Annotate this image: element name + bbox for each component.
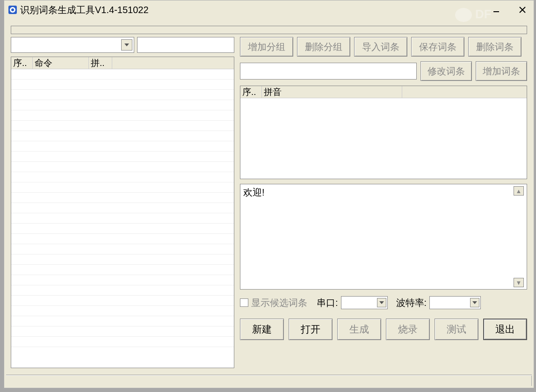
table-row[interactable]	[11, 316, 234, 327]
table-row[interactable]	[11, 234, 234, 244]
baud-rate-label: 波特率:	[396, 297, 427, 309]
chevron-down-icon	[379, 301, 384, 304]
table-row[interactable]	[11, 152, 234, 162]
app-icon	[8, 5, 17, 15]
table-row[interactable]	[11, 265, 234, 275]
table-row[interactable]	[11, 193, 234, 203]
serial-combo-button[interactable]	[377, 298, 386, 307]
bottom-buttons: 新建 打开 生成 烧录 测试 退出	[240, 319, 527, 340]
table-row[interactable]	[11, 100, 234, 110]
table-row[interactable]	[11, 121, 234, 131]
table-row[interactable]	[11, 141, 234, 152]
minimize-button[interactable]	[489, 4, 504, 15]
scroll-up-icon[interactable]: ▲	[514, 186, 524, 196]
open-button[interactable]: 打开	[289, 319, 333, 340]
serial-port-combo[interactable]	[341, 296, 388, 309]
right-pane: 增加分组 删除分组 导入词条 保存词条 删除词条 修改词条 增加词条 序.. 拼…	[240, 37, 527, 368]
table-row[interactable]	[11, 224, 234, 234]
col-pinyin-abbr[interactable]: 拼..	[89, 57, 112, 69]
options-row: 显示候选词条 串口: 波特率:	[240, 294, 527, 311]
delete-entry-button[interactable]: 删除词条	[468, 37, 522, 57]
pinyin-table-header: 序.. 拼音	[240, 86, 527, 98]
add-group-button[interactable]: 增加分组	[240, 37, 293, 57]
window-controls	[489, 4, 530, 15]
table-row[interactable]	[11, 296, 234, 306]
log-scrollbar[interactable]: ▲ ▼	[514, 186, 524, 287]
status-bar	[6, 375, 532, 386]
combo-dropdown-button[interactable]	[121, 39, 132, 51]
baud-rate-combo[interactable]	[429, 296, 481, 309]
window-title: 识别词条生成工具V1.4-151022	[20, 4, 489, 16]
table-row[interactable]	[11, 275, 234, 285]
table-row[interactable]	[11, 306, 234, 316]
main-area: 序.. 命令 拼..	[11, 37, 527, 368]
table-row[interactable]	[11, 90, 234, 100]
generate-button[interactable]: 生成	[337, 319, 381, 340]
modify-entry-button[interactable]: 修改词条	[420, 61, 472, 81]
scroll-down-icon[interactable]: ▼	[514, 278, 524, 287]
flash-button[interactable]: 烧录	[386, 319, 430, 340]
table-row[interactable]	[11, 327, 234, 337]
serial-port-label: 串口:	[317, 297, 338, 309]
svg-point-2	[11, 8, 14, 11]
baud-combo-button[interactable]	[470, 298, 479, 307]
app-window: 识别词条生成工具V1.4-151022 DF	[4, 0, 534, 388]
table-row[interactable]	[11, 110, 234, 121]
table-row[interactable]	[11, 172, 234, 182]
group-buttons-row: 增加分组 删除分组 导入词条 保存词条 删除词条	[240, 37, 527, 57]
group-combo[interactable]	[11, 37, 134, 53]
command-table-header: 序.. 命令 拼..	[11, 57, 234, 69]
table-row[interactable]	[11, 337, 234, 347]
table-row[interactable]	[11, 244, 234, 254]
pinyin-col-seq[interactable]: 序..	[240, 86, 262, 98]
col-blank	[112, 57, 234, 69]
table-row[interactable]	[11, 69, 234, 80]
content-area: 序.. 命令 拼..	[4, 19, 534, 375]
log-box: 欢迎! ▲ ▼	[240, 184, 527, 290]
table-row[interactable]	[11, 213, 234, 224]
entry-edit-field[interactable]	[240, 63, 417, 80]
table-row[interactable]	[11, 162, 234, 172]
command-table[interactable]: 序.. 命令 拼..	[11, 57, 234, 368]
pinyin-col-pinyin[interactable]: 拼音	[262, 86, 402, 98]
col-seq[interactable]: 序..	[11, 57, 33, 69]
pinyin-col-blank	[402, 86, 527, 98]
chevron-down-icon	[472, 301, 477, 304]
command-table-body	[11, 69, 234, 368]
show-candidates-checkbox[interactable]	[240, 298, 248, 307]
left-pane: 序.. 命令 拼..	[11, 37, 234, 368]
table-row[interactable]	[11, 203, 234, 213]
table-row[interactable]	[11, 131, 234, 141]
delete-group-button[interactable]: 删除分组	[297, 37, 350, 57]
table-row[interactable]	[11, 254, 234, 265]
group-name-field[interactable]	[137, 37, 234, 53]
table-row[interactable]	[11, 285, 234, 296]
pinyin-table[interactable]: 序.. 拼音	[240, 86, 527, 179]
col-command[interactable]: 命令	[33, 57, 89, 69]
test-button[interactable]: 测试	[435, 319, 478, 340]
close-icon	[519, 6, 526, 14]
table-row[interactable]	[11, 80, 234, 90]
log-text: 欢迎!	[243, 186, 514, 287]
new-button[interactable]: 新建	[240, 319, 284, 340]
save-entry-button[interactable]: 保存词条	[411, 37, 464, 57]
table-row[interactable]	[11, 182, 234, 193]
show-candidates-label: 显示候选词条	[251, 297, 307, 309]
chevron-down-icon	[124, 44, 129, 46]
close-button[interactable]	[515, 4, 530, 15]
titlebar: 识别词条生成工具V1.4-151022	[4, 0, 534, 19]
exit-button[interactable]: 退出	[483, 319, 527, 340]
import-entry-button[interactable]: 导入词条	[354, 37, 407, 57]
add-entry-button[interactable]: 增加词条	[476, 61, 527, 81]
minimize-icon	[493, 6, 500, 14]
entry-edit-row: 修改词条 增加词条	[240, 61, 527, 81]
top-empty-bar	[11, 26, 527, 34]
